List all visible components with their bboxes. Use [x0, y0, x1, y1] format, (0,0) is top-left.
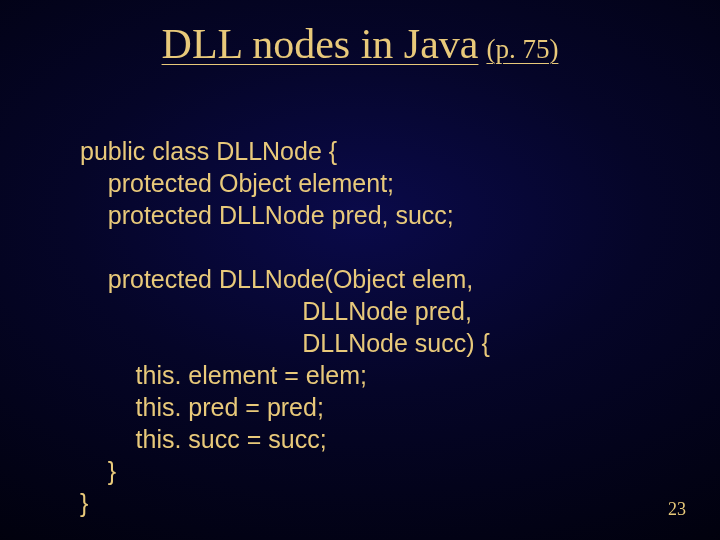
slide-title: DLL nodes in Java(p. 75)	[0, 20, 720, 68]
code-block: public class DLLNode { protected Object …	[80, 135, 490, 519]
page-number: 23	[668, 499, 686, 520]
slide: DLL nodes in Java(p. 75) public class DL…	[0, 0, 720, 540]
title-sub: (p. 75)	[486, 34, 558, 64]
title-main: DLL nodes in Java	[162, 21, 479, 67]
